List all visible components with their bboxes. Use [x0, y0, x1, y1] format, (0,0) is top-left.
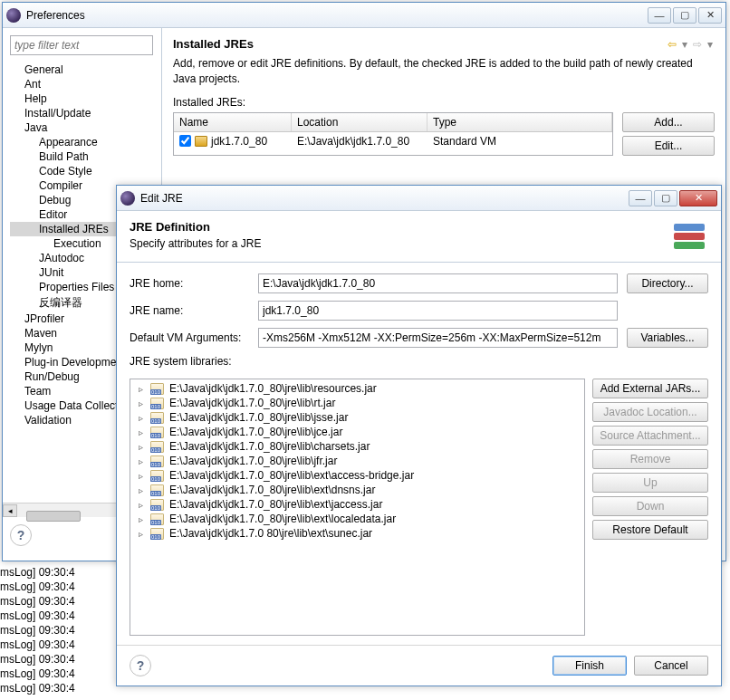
- lib-item[interactable]: ▹E:\Java\jdk\jdk1.7.0_80\jre\lib\jsse.ja…: [130, 410, 584, 425]
- lib-path: E:\Java\jdk\jdk1.7.0_80\jre\lib\jce.jar: [169, 426, 342, 438]
- lib-item[interactable]: ▹E:\Java\jdk\jdk1.7.0_80\jre\lib\resourc…: [130, 381, 584, 396]
- back-arrow-icon[interactable]: ⇦: [666, 38, 678, 51]
- lib-item[interactable]: ▹E:\Java\jdk\jdk1.7.0_80\jre\lib\jfr.jar: [130, 454, 584, 468]
- expand-icon[interactable]: ▹: [136, 427, 145, 437]
- expand-icon[interactable]: ▹: [136, 485, 145, 495]
- eclipse-icon: [6, 8, 21, 23]
- variables-button[interactable]: Variables...: [627, 328, 708, 348]
- maximize-button[interactable]: ▢: [673, 7, 696, 24]
- lib-path: E:\Java\jdk\jdk1.7.0_80\jre\lib\jfr.jar: [169, 455, 337, 467]
- tree-item[interactable]: General: [10, 62, 161, 77]
- expand-icon[interactable]: ▹: [136, 529, 145, 539]
- restore-default-button[interactable]: Restore Default: [592, 520, 708, 540]
- vm-args-input[interactable]: [258, 328, 618, 348]
- console-line: msLog] 09:30:4: [0, 609, 75, 623]
- eclipse-icon: [120, 191, 135, 206]
- lib-item[interactable]: ▹E:\Java\jdk\jdk1.7.0_80\jre\lib\ext\acc…: [130, 468, 584, 483]
- close-button[interactable]: ✕: [698, 7, 722, 24]
- jar-icon: [150, 484, 164, 496]
- tree-item[interactable]: Help: [10, 91, 161, 106]
- filter-input[interactable]: [10, 35, 153, 55]
- books-icon: [670, 220, 708, 253]
- tree-item[interactable]: Java: [10, 120, 161, 135]
- forward-arrow-icon[interactable]: ⇨: [691, 38, 704, 51]
- expand-icon[interactable]: ▹: [136, 471, 145, 481]
- back-menu-icon[interactable]: ▾: [680, 38, 689, 51]
- expand-icon[interactable]: ▹: [136, 384, 145, 394]
- cancel-button[interactable]: Cancel: [634, 656, 708, 676]
- directory-button[interactable]: Directory...: [627, 273, 708, 293]
- scroll-left-icon[interactable]: ◂: [3, 504, 17, 517]
- jar-icon: [150, 398, 164, 409]
- vm-args-label: Default VM Arguments:: [130, 331, 249, 344]
- jre-name-input[interactable]: [258, 301, 618, 321]
- col-location[interactable]: Location: [292, 113, 427, 131]
- tree-item[interactable]: Ant: [10, 77, 161, 91]
- console-line: msLog] 09:30:4: [0, 638, 75, 652]
- tree-item[interactable]: Install/Update: [10, 106, 161, 120]
- lib-item[interactable]: ▹E:\Java\jdk\jdk1.7.0_80\jre\lib\jce.jar: [130, 425, 584, 439]
- edit-button[interactable]: Edit...: [622, 136, 715, 156]
- tree-item[interactable]: Build Path: [10, 149, 161, 164]
- remove-button[interactable]: Remove: [592, 449, 708, 469]
- expand-icon[interactable]: ▹: [136, 442, 145, 452]
- editjre-title: Edit JRE: [140, 192, 629, 205]
- jre-home-input[interactable]: [258, 273, 618, 293]
- tree-item[interactable]: Appearance: [10, 135, 161, 149]
- editjre-titlebar[interactable]: Edit JRE — ▢ ✕: [117, 186, 721, 211]
- col-type[interactable]: Type: [427, 113, 612, 131]
- lib-item[interactable]: ▹E:\Java\jdk\jdk1.7.0_80\jre\lib\ext\dns…: [130, 483, 584, 497]
- expand-icon[interactable]: ▹: [136, 514, 145, 524]
- console-line: msLog] 09:30:4: [0, 652, 75, 666]
- help-button[interactable]: ?: [10, 524, 32, 546]
- installed-jres-table[interactable]: Name Location Type jdk1.7.0_80 E:\Java\j…: [173, 112, 613, 156]
- up-button[interactable]: Up: [592, 473, 708, 493]
- source-attachment-button[interactable]: Source Attachment...: [592, 426, 708, 446]
- lib-item[interactable]: ▹E:\Java\jdk\jdk1.7.0_80\jre\lib\rt.jar: [130, 396, 584, 410]
- expand-icon[interactable]: ▹: [136, 413, 145, 423]
- preferences-title: Preferences: [26, 9, 648, 22]
- console-line: msLog] 09:30:4: [0, 681, 75, 695]
- console-output: msLog] 09:30:4msLog] 09:30:4msLog] 09:30…: [0, 565, 75, 695]
- table-row[interactable]: jdk1.7.0_80 E:\Java\jdk\jdk1.7.0_80 Stan…: [174, 132, 612, 150]
- forward-menu-icon[interactable]: ▾: [706, 38, 715, 51]
- minimize-button[interactable]: —: [629, 190, 652, 206]
- lib-item[interactable]: ▹E:\Java\jdk\jdk1.7.0_80\jre\lib\ext\loc…: [130, 512, 584, 526]
- preferences-titlebar[interactable]: Preferences — ▢ ✕: [3, 3, 725, 28]
- jre-type: Standard VM: [427, 132, 612, 150]
- jre-name-label: JRE name:: [130, 304, 249, 317]
- jre-checkbox[interactable]: [179, 135, 191, 147]
- scroll-thumb[interactable]: [26, 511, 81, 522]
- close-button[interactable]: ✕: [679, 190, 717, 206]
- expand-icon[interactable]: ▹: [136, 500, 145, 510]
- javadoc-location-button[interactable]: Javadoc Location...: [592, 402, 708, 422]
- lib-path: E:\Java\jdk\jdk1.7.0_80\jre\lib\ext\dnsn…: [169, 484, 375, 496]
- console-line: msLog] 09:30:4: [0, 594, 75, 609]
- maximize-button[interactable]: ▢: [654, 190, 677, 206]
- banner-title: JRE Definition: [130, 220, 670, 234]
- minimize-button[interactable]: —: [648, 7, 671, 24]
- lib-path: E:\Java\jdk\jdk1.7.0 80\jre\lib\ext\sune…: [169, 527, 372, 540]
- page-description: Add, remove or edit JRE definitions. By …: [173, 56, 715, 87]
- banner-subtitle: Specify attributes for a JRE: [130, 237, 670, 250]
- lib-item[interactable]: ▹E:\Java\jdk\jdk1.7.0_80\jre\lib\charset…: [130, 439, 584, 454]
- lib-item[interactable]: ▹E:\Java\jdk\jdk1.7.0 80\jre\lib\ext\sun…: [130, 526, 584, 541]
- help-button[interactable]: ?: [130, 655, 151, 676]
- edit-jre-dialog: Edit JRE — ▢ ✕ JRE Definition Specify at…: [116, 185, 722, 686]
- down-button[interactable]: Down: [592, 496, 708, 516]
- jre-location: E:\Java\jdk\jdk1.7.0_80: [292, 132, 427, 150]
- jre-home-label: JRE home:: [130, 277, 249, 290]
- col-name[interactable]: Name: [174, 113, 292, 131]
- jar-icon: [150, 528, 164, 540]
- expand-icon[interactable]: ▹: [136, 456, 145, 466]
- finish-button[interactable]: Finish: [552, 656, 627, 676]
- system-libraries-list[interactable]: ▹E:\Java\jdk\jdk1.7.0_80\jre\lib\resourc…: [130, 379, 585, 636]
- expand-icon[interactable]: ▹: [136, 398, 145, 408]
- console-line: msLog] 09:30:4: [0, 666, 75, 681]
- jre-name: jdk1.7.0_80: [211, 135, 267, 148]
- lib-item[interactable]: ▹E:\Java\jdk\jdk1.7.0_80\jre\lib\ext\jac…: [130, 497, 584, 512]
- add-external-jars-button[interactable]: Add External JARs...: [592, 379, 708, 398]
- add-button[interactable]: Add...: [622, 112, 715, 132]
- table-label: Installed JREs:: [173, 96, 715, 109]
- tree-item[interactable]: Code Style: [10, 164, 161, 178]
